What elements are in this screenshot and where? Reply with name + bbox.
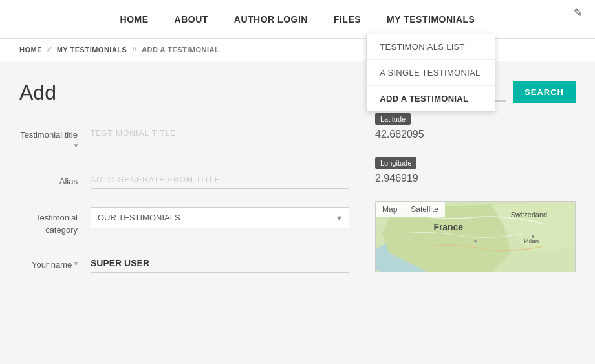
category-field: OUR TESTIMONIALS	[91, 207, 349, 228]
testimonial-title-label: Testimonial title *	[19, 124, 91, 153]
dropdown-menu: TESTIMONIALS LIST A SINGLE TESTIMONIAL A…	[366, 34, 495, 112]
latitude-value: 42.682095	[375, 129, 576, 147]
category-select[interactable]: OUR TESTIMONIALS	[91, 207, 349, 228]
testimonial-title-input[interactable]	[91, 124, 349, 142]
search-button[interactable]: SEARCH	[513, 81, 576, 103]
svg-point-5	[474, 240, 477, 242]
alias-field	[91, 171, 349, 189]
map-toolbar: Map Satellite	[376, 202, 445, 217]
alias-label: Alias	[19, 171, 91, 187]
dropdown-add-testimonial[interactable]: ADD A TESTIMONIAL	[367, 86, 495, 111]
nav-my-testimonials[interactable]: MY TESTIMONIALS	[387, 14, 475, 25]
category-select-wrapper: OUR TESTIMONIALS	[91, 207, 349, 228]
longitude-value: 2.946919	[375, 173, 576, 191]
longitude-label: Longitude	[375, 157, 416, 169]
satellite-btn[interactable]: Satellite	[404, 202, 445, 217]
breadcrumb-sep-1: //	[47, 45, 52, 54]
nav-about[interactable]: ABOUT	[175, 14, 208, 25]
form-row-title: Testimonial title *	[19, 124, 349, 153]
map-container: Map Satellite France Switzerland Milan	[375, 201, 576, 272]
dropdown-single-testimonial[interactable]: A SINGLE TESTIMONIAL	[367, 60, 495, 86]
breadcrumb-sep-2: //	[132, 45, 136, 54]
edit-icon[interactable]: ✎	[574, 6, 582, 19]
alias-input[interactable]	[91, 171, 349, 189]
form-row-category: Testimonial category OUR TESTIMONIALS	[19, 207, 349, 235]
nav-files[interactable]: FILES	[334, 14, 361, 25]
main-nav: HOME ABOUT AUTHOR LOGIN FILES MY TESTIMO…	[120, 14, 475, 25]
dropdown-testimonials-list[interactable]: TESTIMONIALS LIST	[367, 34, 495, 60]
page-title: Add	[19, 81, 349, 105]
nav-my-testimonials-wrapper: MY TESTIMONIALS TESTIMONIALS LIST A SING…	[387, 14, 475, 25]
form-row-name: Your name * SUPER USER	[19, 254, 349, 273]
nav-author-login[interactable]: AUTHOR LOGIN	[234, 14, 308, 25]
main-content: Add Testimonial title * Alias Testimonia…	[0, 61, 595, 310]
svg-point-4	[532, 235, 534, 238]
france-map-label: France	[433, 222, 463, 232]
breadcrumb-home[interactable]: HOME	[19, 46, 42, 54]
switzerland-map-label: Switzerland	[511, 211, 547, 219]
right-panel: SEARCH Latitude 42.682095 Longitude 2.94…	[375, 81, 576, 291]
milan-map-label: Milan	[524, 237, 539, 244]
left-panel: Add Testimonial title * Alias Testimonia…	[19, 81, 375, 291]
latitude-section: Latitude 42.682095	[375, 113, 576, 147]
your-name-field: SUPER USER	[91, 254, 349, 273]
breadcrumb-current: ADD A TESTIMONIAL	[142, 46, 219, 54]
top-bar: ✎ HOME ABOUT AUTHOR LOGIN FILES MY TESTI…	[0, 0, 595, 39]
category-label: Testimonial category	[19, 207, 91, 235]
form-row-alias: Alias	[19, 171, 349, 189]
your-name-value: SUPER USER	[91, 254, 349, 273]
latitude-label: Latitude	[375, 113, 411, 125]
your-name-label: Your name *	[19, 254, 91, 271]
testimonial-title-field	[91, 124, 349, 142]
breadcrumb: HOME // MY TESTIMONIALS // ADD A TESTIMO…	[0, 39, 595, 61]
nav-home[interactable]: HOME	[120, 14, 149, 25]
breadcrumb-my-testimonials[interactable]: MY TESTIMONIALS	[57, 46, 127, 54]
longitude-section: Longitude 2.946919	[375, 157, 576, 191]
map-btn[interactable]: Map	[376, 202, 404, 217]
